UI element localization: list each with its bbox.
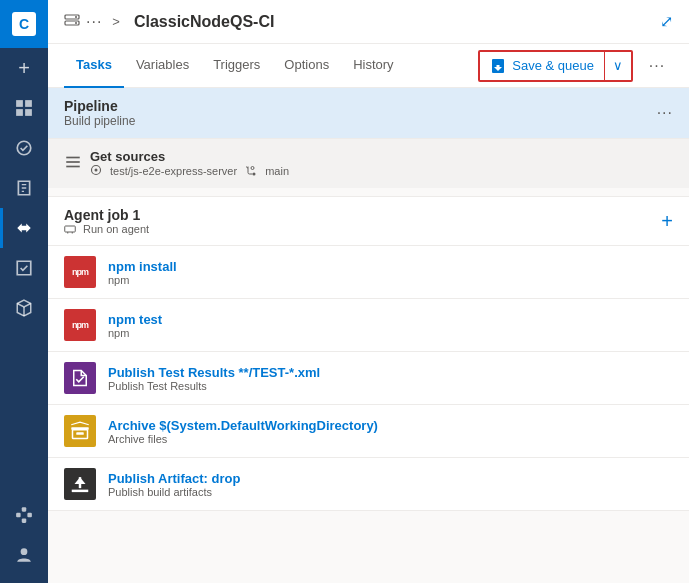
publish-artifact-title: Publish Artifact: drop xyxy=(108,471,240,486)
sidebar-item-add[interactable]: + xyxy=(0,48,48,88)
svg-rect-25 xyxy=(76,432,84,435)
toolbar-more-btn[interactable]: ··· xyxy=(641,50,673,82)
svg-rect-8 xyxy=(22,518,27,523)
topbar: ··· > ClassicNodeQS-CI ⤢ xyxy=(48,0,689,44)
archive-title: Archive $(System.DefaultWorkingDirectory… xyxy=(108,418,378,433)
dropdown-arrow-icon: ∨ xyxy=(613,58,623,73)
agent-job-title: Agent job 1 xyxy=(64,207,149,223)
sidebar-item-artifacts[interactable] xyxy=(0,288,48,328)
server-icon xyxy=(64,12,80,31)
task-info-publish-artifact: Publish Artifact: drop Publish build art… xyxy=(108,471,240,498)
repo-path: test/js-e2e-express-server xyxy=(110,165,237,177)
npm-install-subtitle: npm xyxy=(108,274,177,286)
pipeline-more-btn[interactable]: ··· xyxy=(657,104,673,122)
tab-triggers[interactable]: Triggers xyxy=(201,44,272,88)
get-sources-title: Get sources xyxy=(90,149,289,164)
get-sources-info: Get sources test/js-e2e-express-server m… xyxy=(90,149,289,178)
task-info-npm-test: npm test npm xyxy=(108,312,162,339)
task-item-archive[interactable]: Archive $(System.DefaultWorkingDirectory… xyxy=(48,405,689,458)
breadcrumb-separator: > xyxy=(112,14,120,29)
get-sources-section[interactable]: Get sources test/js-e2e-express-server m… xyxy=(48,138,689,188)
svg-rect-3 xyxy=(25,109,32,116)
npm-logo2: npm xyxy=(72,320,88,330)
sidebar: C + xyxy=(0,0,48,583)
sidebar-item-repos[interactable] xyxy=(0,168,48,208)
publish-test-title: Publish Test Results **/TEST-*.xml xyxy=(108,365,320,380)
sidebar-item-boards[interactable] xyxy=(0,128,48,168)
expand-icon[interactable]: ⤢ xyxy=(660,12,673,31)
branch-icon xyxy=(245,165,257,177)
svg-rect-7 xyxy=(27,513,32,518)
task-info-npm-install: npm install npm xyxy=(108,259,177,286)
branch-name: main xyxy=(265,165,289,177)
task-item-npm-install[interactable]: npm npm install npm xyxy=(48,246,689,299)
tab-variables[interactable]: Variables xyxy=(124,44,201,88)
svg-point-9 xyxy=(21,548,28,555)
task-info-archive: Archive $(System.DefaultWorkingDirectory… xyxy=(108,418,378,445)
npm-test-icon: npm xyxy=(64,309,96,341)
tab-history[interactable]: History xyxy=(341,44,405,88)
task-item-npm-test[interactable]: npm npm test npm xyxy=(48,299,689,352)
save-queue-label: Save & queue xyxy=(512,58,594,73)
sidebar-item-overview[interactable] xyxy=(0,88,48,128)
app-logo[interactable]: C xyxy=(12,12,36,36)
npm-install-title: npm install xyxy=(108,259,177,274)
sidebar-item-testplans[interactable] xyxy=(0,248,48,288)
sidebar-logo-area: C xyxy=(0,0,48,48)
svg-point-12 xyxy=(75,16,77,18)
publish-test-icon xyxy=(64,362,96,394)
pipeline-subtitle: Build pipeline xyxy=(64,114,135,128)
svg-rect-20 xyxy=(65,226,76,232)
pipeline-section[interactable]: Pipeline Build pipeline ··· xyxy=(48,88,689,138)
task-info-publish-test: Publish Test Results **/TEST-*.xml Publi… xyxy=(108,365,320,392)
pipeline-info: Pipeline Build pipeline xyxy=(64,98,135,128)
svg-point-19 xyxy=(253,173,256,176)
get-sources-icon xyxy=(64,153,82,174)
svg-point-18 xyxy=(95,169,98,172)
archive-icon xyxy=(64,415,96,447)
agent-job-info: Agent job 1 Run on agent xyxy=(64,207,149,235)
npm-test-subtitle: npm xyxy=(108,327,162,339)
sidebar-item-user[interactable] xyxy=(0,535,48,575)
publish-test-subtitle: Publish Test Results xyxy=(108,380,320,392)
tab-tasks[interactable]: Tasks xyxy=(64,44,124,88)
sidebar-item-pipelines[interactable] xyxy=(0,208,48,248)
publish-artifact-icon xyxy=(64,468,96,500)
sidebar-item-extensions[interactable] xyxy=(0,495,48,535)
topbar-more-btn[interactable]: ··· xyxy=(86,13,102,31)
page-title: ClassicNodeQS-CI xyxy=(134,13,274,31)
tab-options[interactable]: Options xyxy=(272,44,341,88)
task-item-publish-artifact[interactable]: Publish Artifact: drop Publish build art… xyxy=(48,458,689,511)
publish-artifact-subtitle: Publish build artifacts xyxy=(108,486,240,498)
save-queue-dropdown-btn[interactable]: ∨ xyxy=(605,52,631,80)
svg-rect-0 xyxy=(16,100,23,107)
svg-rect-2 xyxy=(16,109,23,116)
save-queue-button[interactable]: Save & queue ∨ xyxy=(478,50,633,82)
logo-letter: C xyxy=(19,16,29,32)
add-task-button[interactable]: + xyxy=(661,210,673,233)
npm-test-title: npm test xyxy=(108,312,162,327)
main-area: ··· > ClassicNodeQS-CI ⤢ Tasks Variables… xyxy=(48,0,689,583)
svg-rect-1 xyxy=(25,100,32,107)
svg-rect-5 xyxy=(16,513,21,518)
content-area: Pipeline Build pipeline ··· Get sources … xyxy=(48,88,689,583)
task-item-publish-test[interactable]: Publish Test Results **/TEST-*.xml Publi… xyxy=(48,352,689,405)
agent-job-subtitle: Run on agent xyxy=(64,223,149,235)
npm-logo: npm xyxy=(72,267,88,277)
svg-point-13 xyxy=(75,22,77,24)
repo-icon xyxy=(90,164,102,178)
save-queue-main-action[interactable]: Save & queue xyxy=(480,52,605,80)
svg-rect-6 xyxy=(22,507,27,512)
tab-bar: Tasks Variables Triggers Options History… xyxy=(48,44,689,88)
agent-job-header[interactable]: Agent job 1 Run on agent + xyxy=(48,196,689,246)
archive-subtitle: Archive files xyxy=(108,433,378,445)
npm-install-icon: npm xyxy=(64,256,96,288)
get-sources-meta: test/js-e2e-express-server main xyxy=(90,164,289,178)
pipeline-title: Pipeline xyxy=(64,98,135,114)
